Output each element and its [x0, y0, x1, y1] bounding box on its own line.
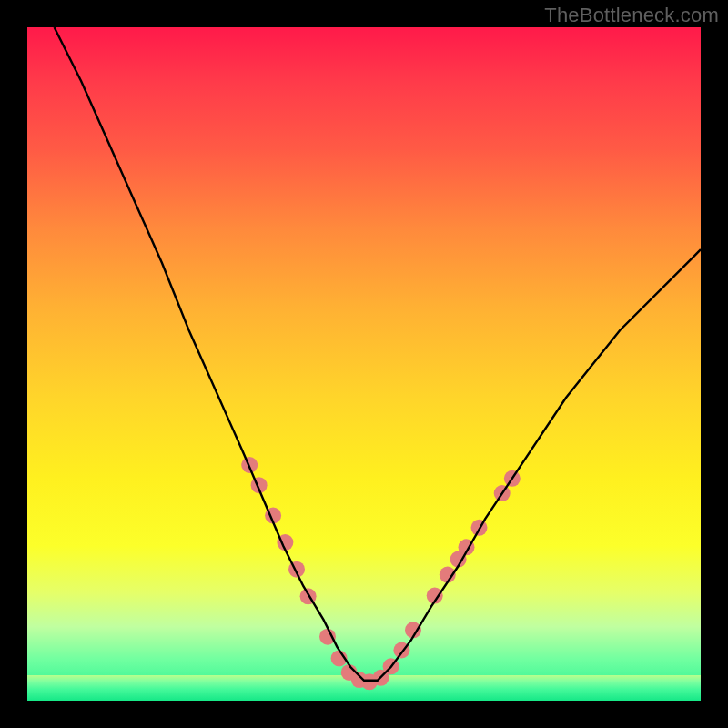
plot-area: [27, 27, 701, 701]
marker-group: [241, 457, 521, 690]
chart-frame: TheBottleneck.com: [0, 0, 728, 728]
curve-marker: [319, 629, 336, 645]
bottleneck-curve: [55, 27, 701, 681]
watermark-text: TheBottleneck.com: [544, 4, 719, 27]
chart-svg: [27, 27, 701, 701]
